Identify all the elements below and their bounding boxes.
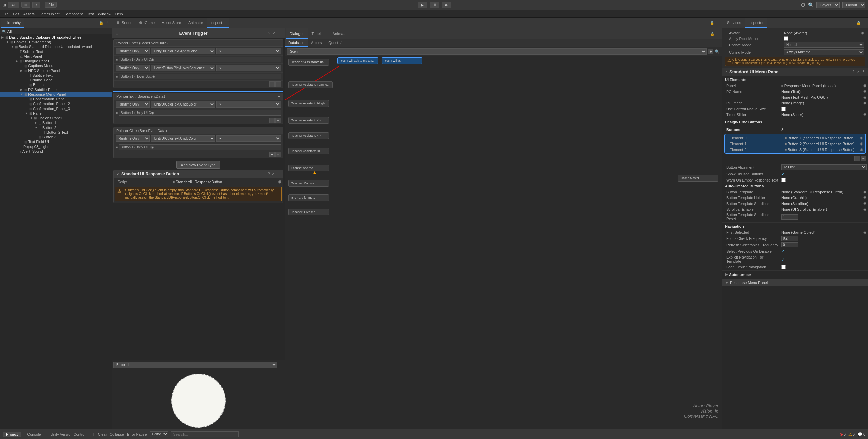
node-6[interactable]: Teacher Assistant: <> — [288, 117, 329, 124]
culling-mode-select[interactable]: Always Animate — [784, 49, 864, 55]
func-select-exitb[interactable]: ▾ — [216, 101, 281, 108]
hierarchy-item[interactable]: ▶ ⊞ Button 1 — [0, 120, 112, 125]
right-menu-icon[interactable]: ⋮ — [862, 21, 865, 25]
tab-inspector-scene[interactable]: Inspector — [207, 18, 229, 28]
timer-slider-circle[interactable]: ◉ — [863, 112, 867, 117]
console-tab[interactable]: Console — [24, 432, 44, 437]
pointer-enter-remove[interactable]: − — [275, 81, 281, 87]
pointer-click-add[interactable]: + — [269, 152, 275, 157]
menu-help[interactable]: Help — [115, 12, 123, 16]
scrollbar-enabler-circle[interactable]: ◉ — [863, 207, 867, 211]
hierarchy-item[interactable]: ⊞ Confirmation_Panel_1 — [0, 97, 112, 101]
collapse-btn[interactable]: Collapse — [110, 432, 124, 436]
insp-help-icon[interactable]: ? — [852, 70, 854, 74]
lock-icon[interactable]: 🔒 — [99, 21, 104, 25]
hierarchy-item[interactable]: ▼ ⊞ Button 2 — [0, 125, 112, 130]
autonumber-arrow[interactable]: ▶ — [725, 272, 728, 277]
btn-template-circle[interactable]: ◉ — [863, 190, 867, 194]
menu-component[interactable]: Component — [63, 12, 83, 16]
tab-asset-store[interactable]: Asset Store — [158, 18, 185, 28]
apply-root-motion-check[interactable] — [784, 36, 788, 41]
pointer-exit-minus[interactable]: − — [278, 94, 280, 98]
func-select-1[interactable]: UnityUIColorText.ApplyColor — [151, 48, 215, 54]
right-lock-icon[interactable]: 🔒 — [856, 21, 861, 25]
node-7[interactable]: Teacher Assistant: <> — [288, 132, 329, 139]
node-12[interactable]: Teacher: Give me... — [288, 209, 329, 215]
btn-scrollbar-reset-input[interactable] — [781, 214, 798, 220]
menu-edit[interactable]: Edit — [13, 12, 19, 16]
tab-timeline[interactable]: Timeline — [308, 28, 329, 39]
pointer-exit-add[interactable]: + — [269, 118, 275, 123]
func-select-clickb[interactable]: ▾ — [216, 135, 281, 142]
insp-expand-icon[interactable]: ⤢ — [856, 70, 860, 74]
history-icon[interactable]: ⏱ — [801, 2, 805, 8]
toolbar-btn-2[interactable]: ⌖ — [32, 2, 40, 8]
search-icon[interactable]: 🔍 — [808, 2, 814, 8]
buttons-list-remove[interactable]: − — [861, 156, 866, 161]
func-select-2[interactable]: HoverButton.PlayHoverSequence — [151, 65, 215, 71]
menu-gameobject[interactable]: GameObject — [39, 12, 60, 16]
hierarchy-tab[interactable]: Hierarchy — [1, 18, 24, 28]
node-gamemaster[interactable]: Game Master... — [678, 175, 718, 182]
btn-template-holder-circle[interactable]: ◉ — [863, 195, 867, 200]
comp-expand-icon[interactable]: ⤢ — [271, 172, 275, 176]
hierarchy-item[interactable]: ⊞ Buttons — [0, 82, 112, 87]
hierarchy-item[interactable]: ▶ ⊞ PC Subtitle Panel — [0, 87, 112, 92]
hierarchy-item[interactable]: ⚠ Alert Panel — [0, 54, 112, 59]
button-dropdown[interactable]: Button 1 — [113, 362, 277, 368]
node-5[interactable]: Teacher Assistant: Alright — [288, 100, 329, 107]
portrait-native-check[interactable] — [781, 107, 786, 111]
scene-menu-icon[interactable]: ⋮ — [715, 21, 719, 25]
runtime-select-1[interactable]: Runtime Only — [116, 48, 150, 54]
tab-scene[interactable]: Scene — [113, 18, 136, 28]
buttons-list-add[interactable]: + — [854, 156, 860, 161]
tab-dialogue[interactable]: Dialogue — [286, 28, 308, 39]
editor-dropdown[interactable]: Editor — [150, 431, 168, 437]
dialogue-menu[interactable]: ⋮ — [716, 32, 719, 36]
el2-circle[interactable]: ◉ — [860, 147, 863, 152]
version-control-tab[interactable]: Unity Version Control — [47, 432, 89, 437]
hierarchy-item[interactable]: ⊞ Confirmation_Panel_3 — [0, 106, 112, 111]
pc-name-circle[interactable]: ◉ — [863, 89, 867, 94]
btn-template-scrollbar-circle[interactable]: ◉ — [863, 201, 867, 206]
hierarchy-item[interactable]: T Button 2 Text — [0, 130, 112, 135]
node-3[interactable]: Yes, I will a... — [382, 57, 422, 64]
dialogue-add-btn[interactable]: + — [708, 49, 713, 54]
hierarchy-item[interactable]: ⊞ Text Field UI — [0, 139, 112, 144]
tab-inspector-right[interactable]: Inspector — [745, 18, 767, 28]
scene-select[interactable]: Scen — [287, 48, 707, 55]
hierarchy-item[interactable]: ▶ ⊞ NPC Subtitle Panel — [0, 68, 112, 73]
node-10[interactable]: Teacher: Can we... — [288, 180, 329, 187]
db-tab-actors[interactable]: Actors — [308, 39, 325, 47]
clear-btn[interactable]: Clear — [98, 432, 107, 436]
hierarchy-item[interactable]: ♪ Alert_Sound — [0, 149, 112, 154]
hierarchy-item[interactable]: ▶ ⊞ Dialogue Panel — [0, 59, 112, 63]
node-9[interactable]: I cannot see the... — [288, 165, 329, 171]
project-tab[interactable]: Project — [3, 432, 21, 437]
hierarchy-item[interactable]: ▼ ⊞ Response Menu Panel — [0, 92, 112, 97]
hierarchy-item[interactable]: T Subtitle Text — [0, 73, 112, 78]
tab-game[interactable]: Game — [136, 18, 158, 28]
response-menu-panel-dropdown[interactable]: ▼ Response Menu Panel — [725, 281, 865, 285]
hierarchy-item[interactable]: T Name_Label — [0, 78, 112, 82]
layers-dropdown[interactable]: Layers — [816, 2, 840, 8]
hierarchy-item[interactable]: ▼ ⊞ Panel — [0, 111, 112, 116]
panel-circle[interactable]: ◉ — [863, 83, 867, 88]
el1-circle[interactable]: ◉ — [860, 141, 863, 146]
comp-help-icon[interactable]: ? — [268, 172, 270, 176]
menu-window[interactable]: Window — [98, 12, 111, 16]
el0-circle[interactable]: ◉ — [860, 136, 863, 140]
hierarchy-item[interactable]: ⊞ Confirmation_Panel_2 — [0, 101, 112, 106]
tab-anima[interactable]: Anima... — [329, 28, 350, 39]
menu-file[interactable]: File — [3, 12, 9, 16]
loop-explicit-check[interactable] — [781, 265, 786, 269]
menu-icon[interactable]: ⋮ — [105, 21, 109, 25]
comp-menu-icon[interactable]: ⋮ — [276, 172, 280, 176]
runtime-select-click[interactable]: Runtime Only — [116, 135, 150, 142]
node-11[interactable]: It is hard for me... — [288, 194, 329, 201]
pointer-exit-remove[interactable]: − — [275, 118, 281, 123]
first-selected-circle[interactable]: ◉ — [863, 230, 867, 234]
node-8[interactable]: Teacher Assistant: <> — [288, 148, 329, 154]
play-button[interactable]: ▶ — [418, 2, 427, 8]
pc-name-mesh-circle[interactable]: ◉ — [863, 95, 867, 99]
